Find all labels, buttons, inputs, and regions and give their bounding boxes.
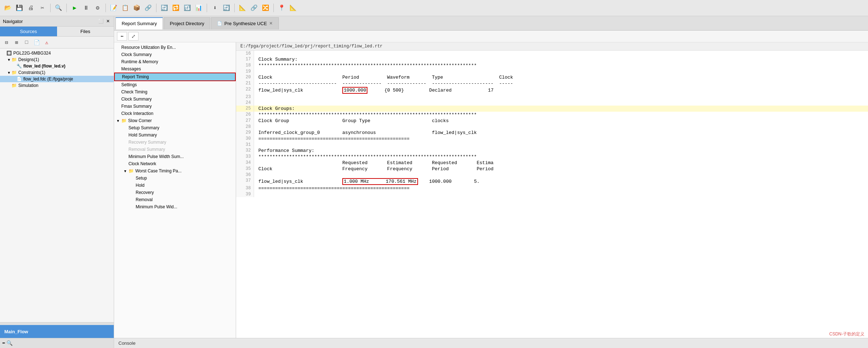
chart-icon[interactable]: 📊 — [194, 3, 204, 13]
bottom-icon-1[interactable]: ⬅ — [2, 340, 5, 346]
search-icon[interactable]: 🔍 — [53, 3, 64, 13]
rtree-setup-label: Setup Summary — [128, 125, 159, 130]
rtree-hold-summary[interactable]: Hold Summary — [114, 131, 236, 139]
code-line-29: 29 Inferred_clock_group_0 asynchronous f… — [236, 130, 868, 136]
expand-all-icon[interactable]: ⊞ — [12, 38, 21, 47]
rtree-resource-util[interactable]: Resource Utilization By En... — [114, 44, 236, 51]
console-label: Console — [118, 340, 136, 346]
period-value-box: 1000.000 — [342, 87, 367, 94]
refresh-icon[interactable]: 🔁 — [171, 3, 181, 13]
toggle-designs: ▼ — [6, 58, 11, 62]
download-icon[interactable]: ⬇ — [210, 3, 220, 13]
rtree-recovery2[interactable]: Recovery — [114, 189, 236, 196]
pause-icon[interactable]: ⏸ — [81, 3, 91, 13]
line-num-35: 35 — [236, 166, 254, 172]
tree-area: 🔲 PGL22G-6MBG324 ▼ 📁 Designs(1) 🔧 flow_l… — [0, 48, 114, 322]
play-icon[interactable]: ▶ — [70, 3, 80, 13]
rtree-slow-corner[interactable]: ▼ 📁 Slow Corner — [114, 117, 236, 124]
rtree-setup-summary[interactable]: Setup Summary — [114, 124, 236, 131]
rtree-clock-summary-1[interactable]: Clock Summary — [114, 51, 236, 58]
rtree-fmax-summary[interactable]: Fmax Summary — [114, 103, 236, 110]
line-content-24 — [254, 100, 868, 106]
copy-icon[interactable]: 📋 — [120, 3, 130, 13]
rtree-removal-label: Removal Summary — [128, 147, 165, 152]
rtree-report-timing[interactable]: Report Timing — [114, 73, 236, 81]
tree-item-designs[interactable]: ▼ 📁 Designs(1) — [0, 56, 114, 63]
rtree-settings[interactable]: Settings — [114, 81, 236, 88]
connect-icon[interactable]: 🔗 — [249, 3, 259, 13]
line-num-38: 38 — [236, 185, 254, 191]
rtree-mpw2[interactable]: Minimum Pulse Wid... — [114, 203, 236, 210]
rtree-recovery2-label: Recovery — [136, 190, 154, 195]
verilog-icon: 🔧 — [17, 64, 22, 69]
tree-item-flow-led[interactable]: 🔧 flow_led (flow_led.v) — [0, 63, 114, 69]
nav-back-icon[interactable]: ⬅ — [117, 32, 127, 41]
slow-corner-folder-icon: 📁 — [121, 118, 127, 123]
edit-icon[interactable]: 📝 — [109, 3, 119, 13]
package-icon[interactable]: 📦 — [132, 3, 142, 13]
cut-icon[interactable]: ✂ — [37, 3, 47, 13]
line-num-23: 23 — [236, 94, 254, 100]
tree-item-flow-fdc[interactable]: 📄 flow_led.fdc (E:/fpga/proje — [0, 76, 114, 82]
rtree-removal2[interactable]: Removal — [114, 196, 236, 203]
rtree-clock-interaction[interactable]: Clock Interaction — [114, 110, 236, 117]
line-num-24: 24 — [236, 100, 254, 106]
rtree-mpw-label: Minimum Pulse Width Sum... — [128, 154, 184, 159]
collapse-all-icon[interactable]: ⊟ — [2, 38, 11, 47]
tree-item-simulation[interactable]: 📁 Simulation — [0, 82, 114, 89]
open-icon[interactable]: 📂 — [3, 3, 13, 13]
tree-item-constraints[interactable]: ▼ 📁 Constraints(1) — [0, 69, 114, 76]
pin-icon[interactable]: 📍 — [277, 3, 287, 13]
rtree-settings-label: Settings — [121, 82, 137, 87]
nav-fwd-icon[interactable]: ⤢ — [128, 32, 139, 41]
rtree-clock-network[interactable]: Clock Network — [114, 160, 236, 167]
rtree-fmax-label: Fmax Summary — [121, 104, 152, 109]
rtree-recovery-summary[interactable]: Recovery Summary — [114, 139, 236, 146]
designs-folder-icon: 📁 — [11, 57, 17, 62]
rtree-hold2[interactable]: Hold — [114, 182, 236, 189]
sep7 — [273, 4, 274, 12]
rtree-setup[interactable]: Setup — [114, 175, 236, 182]
tree-item-pgl22g[interactable]: 🔲 PGL22G-6MBG324 — [0, 50, 114, 56]
close-pre-synthesize[interactable]: ✕ — [269, 21, 273, 26]
simulation-label: Simulation — [18, 83, 38, 88]
tab-project-dir-label: Project Directory — [170, 21, 204, 26]
line-num-20: 20 — [236, 74, 254, 80]
add-file-icon[interactable]: 📄 — [32, 38, 41, 47]
tab-sources[interactable]: Sources — [0, 27, 57, 36]
measure-icon[interactable]: 📐 — [238, 3, 248, 13]
rtree-removal-summary[interactable]: Removal Summary — [114, 146, 236, 153]
line-num-29: 29 — [236, 130, 254, 136]
sync-icon[interactable]: 🔄 — [159, 3, 169, 13]
line-num-37: 37 — [236, 178, 254, 185]
tab-pre-synthesize[interactable]: 📄 Pre Synthesize UCE ✕ — [211, 17, 279, 29]
rotate-icon[interactable]: 🔃 — [182, 3, 192, 13]
link-icon[interactable]: 🔗 — [143, 3, 153, 13]
tab-files[interactable]: Files — [57, 27, 114, 36]
line-content-28 — [254, 124, 868, 130]
sep6 — [234, 4, 235, 12]
rtree-resource-label: Resource Utilization By En... — [121, 45, 176, 50]
print-icon[interactable]: 🖨 — [26, 3, 36, 13]
tab-report-summary[interactable]: Report Summary — [116, 17, 163, 29]
reload-icon[interactable]: 🔄 — [221, 3, 231, 13]
rtree-runtime-memory[interactable]: Runtime & Memory — [114, 58, 236, 65]
rtree-check-timing[interactable]: Check Timing — [114, 88, 236, 96]
rtree-worst-case[interactable]: ▼ 📁 Worst Case Timing Pa... — [114, 167, 236, 175]
save-icon[interactable]: 💾 — [14, 3, 24, 13]
float-icon[interactable]: ⬜ — [98, 18, 104, 24]
tab-report-summary-label: Report Summary — [122, 21, 157, 26]
rtree-slow-corner-label: Slow Corner — [128, 118, 152, 123]
rtree-min-pulse-width[interactable]: Minimum Pulse Width Sum... — [114, 153, 236, 160]
shuffle-icon[interactable]: 🔀 — [261, 3, 271, 13]
warning-icon[interactable]: ⚠ — [42, 38, 51, 47]
close-nav-icon[interactable]: ✕ — [105, 18, 111, 24]
tab-project-dir[interactable]: Project Directory — [164, 17, 210, 29]
rtree-clock-summary-2[interactable]: Clock Summary — [114, 96, 236, 103]
settings-icon[interactable]: ⚙ — [93, 3, 103, 13]
bottom-flow-bar[interactable]: Main_Flow — [0, 325, 114, 338]
filter-icon[interactable]: □ — [22, 38, 31, 47]
ruler-icon[interactable]: 📐 — [288, 3, 298, 13]
rtree-messages[interactable]: Messages — [114, 65, 236, 73]
bottom-icon-2[interactable]: 🔍 — [6, 340, 13, 346]
